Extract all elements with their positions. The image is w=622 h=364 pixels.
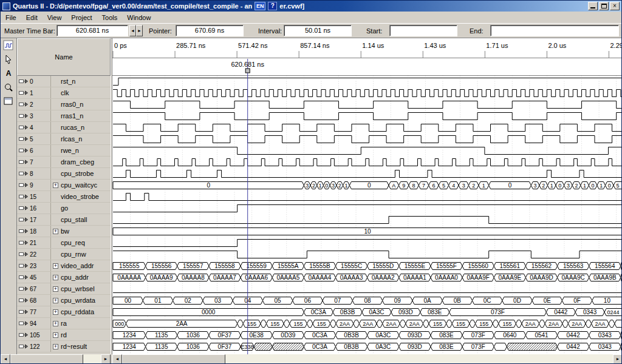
signal-index-cell[interactable]: 21 (17, 237, 51, 248)
signal-row[interactable]: 17cpu_stall (17, 214, 111, 226)
signal-name-cell[interactable]: dram_cbeg (51, 157, 111, 167)
signal-row[interactable]: 77+cpu_rddata (17, 306, 111, 318)
signal-name-cell[interactable]: +cpu_rddata (51, 306, 111, 317)
signal-row[interactable]: 105+rd (17, 329, 111, 341)
expand-icon[interactable]: + (53, 263, 58, 269)
signal-name-cell[interactable]: cpu_stall (51, 214, 111, 225)
name-column-header[interactable]: Name (17, 38, 111, 76)
scroll-right-icon[interactable]: ► (101, 354, 111, 364)
expand-icon[interactable]: + (53, 298, 58, 303)
signal-index-cell[interactable]: 3 (17, 110, 51, 121)
spin-right-icon[interactable]: ► (136, 25, 143, 36)
signal-name-cell[interactable]: +rd~result (51, 341, 111, 352)
signal-index-cell[interactable]: 77 (17, 306, 51, 317)
scrollbar-thumb[interactable] (10, 354, 83, 364)
signal-row[interactable]: 94+ra (17, 318, 111, 329)
signal-name-cell[interactable]: +cpu_wrbsel (51, 283, 111, 294)
signal-row[interactable]: 18+bw (17, 226, 111, 237)
scroll-left-icon[interactable]: ◄ (112, 354, 122, 364)
signal-index-cell[interactable]: 4 (17, 122, 51, 133)
signal-name-cell[interactable]: +rd (51, 329, 111, 340)
signal-name-cell[interactable]: video_strobe (51, 191, 111, 202)
signal-name-cell[interactable]: +cpu_waitcyc (51, 180, 111, 190)
waveform-document-icon[interactable] (1, 39, 16, 52)
signal-name-cell[interactable]: cpu_rnw (51, 249, 111, 260)
signal-name-cell[interactable]: rras1_n (51, 110, 111, 121)
zoom-tool-icon[interactable] (1, 81, 16, 94)
signal-name-cell[interactable]: +bw (51, 226, 111, 237)
signal-name-cell[interactable]: +ra (51, 318, 111, 329)
signal-name-cell[interactable]: go (51, 203, 111, 214)
signal-row[interactable]: 4rucas_n (17, 122, 111, 133)
signal-row[interactable]: 0rst_n (17, 76, 111, 87)
signal-index-cell[interactable]: 105 (17, 329, 51, 340)
signal-index-cell[interactable]: 7 (17, 157, 51, 167)
menu-file[interactable]: File (1, 13, 21, 22)
signal-index-cell[interactable]: 16 (17, 203, 51, 214)
signal-row[interactable]: 45+cpu_addr (17, 272, 111, 283)
signal-name-cell[interactable]: rras0_n (51, 99, 111, 110)
signal-index-cell[interactable]: 67 (17, 283, 51, 294)
signal-row[interactable]: 6rwe_n (17, 145, 111, 157)
signal-row[interactable]: 2rras0_n (17, 99, 111, 110)
start-field[interactable] (389, 25, 457, 36)
signal-index-cell[interactable]: 122 (17, 341, 51, 352)
signal-index-cell[interactable]: 94 (17, 318, 51, 329)
signal-name-cell[interactable]: +cpu_wrdata (51, 295, 111, 306)
scrollbar-thumb[interactable] (122, 354, 225, 364)
signal-index-cell[interactable]: 2 (17, 99, 51, 110)
signal-name-cell[interactable]: rucas_n (51, 122, 111, 133)
signal-row[interactable]: 8cpu_strobe (17, 168, 111, 180)
signal-row[interactable]: 68+cpu_wrdata (17, 295, 111, 306)
signal-name-cell[interactable]: clk (51, 87, 111, 98)
signal-row[interactable]: 67+cpu_wrbsel (17, 283, 111, 295)
end-field[interactable] (490, 25, 619, 36)
expand-icon[interactable]: + (53, 344, 58, 349)
signal-name-cell[interactable]: rst_n (51, 76, 111, 87)
signal-name-cell[interactable]: cpu_strobe (51, 168, 111, 179)
signal-row[interactable]: 9+cpu_waitcyc (17, 180, 111, 191)
expand-icon[interactable]: + (53, 183, 58, 188)
signal-index-cell[interactable]: 15 (17, 191, 51, 202)
menu-project[interactable]: Project (66, 13, 97, 22)
minimize-button[interactable] (588, 2, 598, 10)
signal-index-cell[interactable]: 0 (17, 76, 51, 87)
signal-index-cell[interactable]: 8 (17, 168, 51, 179)
signal-name-cell[interactable]: rwe_n (51, 145, 111, 156)
signal-index-cell[interactable]: 9 (17, 180, 51, 190)
signal-row[interactable]: 15video_strobe (17, 191, 111, 203)
signal-row[interactable]: 16go (17, 203, 111, 214)
expand-icon[interactable]: + (53, 229, 58, 234)
master-time-spinner[interactable]: ◄ ► (129, 25, 143, 36)
signal-name-cell[interactable]: rlcas_n (51, 133, 111, 144)
signal-index-cell[interactable]: 6 (17, 145, 51, 156)
signal-row[interactable]: 5rlcas_n (17, 133, 111, 145)
signal-index-cell[interactable]: 1 (17, 87, 51, 98)
signal-name-cell[interactable]: +cpu_addr (51, 272, 111, 283)
names-horizontal-scrollbar[interactable]: ◄ ► (1, 354, 111, 364)
signal-index-cell[interactable]: 17 (17, 214, 51, 225)
expand-icon[interactable]: + (53, 309, 58, 315)
expand-icon[interactable]: + (53, 332, 58, 338)
menu-tools[interactable]: Tools (97, 13, 123, 22)
expand-icon[interactable]: + (53, 286, 58, 292)
signal-index-cell[interactable]: 23 (17, 260, 51, 271)
signal-index-cell[interactable]: 22 (17, 249, 51, 260)
signal-row[interactable]: 22cpu_rnw (17, 249, 111, 260)
selection-tool-icon[interactable] (1, 53, 16, 66)
maximize-button[interactable] (599, 2, 609, 10)
close-button[interactable]: × (610, 2, 620, 10)
signal-row[interactable]: 7dram_cbeg (17, 157, 111, 168)
signal-index-cell[interactable]: 45 (17, 272, 51, 283)
signal-row[interactable]: 1clk (17, 87, 111, 99)
signal-index-cell[interactable]: 68 (17, 295, 51, 306)
signal-row[interactable]: 23+video_addr (17, 260, 111, 272)
waveform-area[interactable]: 032103210A987654321032103210105101555551… (112, 38, 622, 354)
help-icon[interactable]: ? (268, 2, 277, 10)
signal-name-cell[interactable]: cpu_req (51, 237, 111, 248)
waveform-horizontal-scrollbar[interactable]: ◄ ► (112, 354, 622, 364)
expand-icon[interactable]: + (53, 275, 58, 280)
full-screen-tool-icon[interactable] (1, 95, 16, 108)
menu-view[interactable]: View (43, 13, 67, 22)
scroll-right-icon[interactable]: ► (613, 354, 622, 364)
